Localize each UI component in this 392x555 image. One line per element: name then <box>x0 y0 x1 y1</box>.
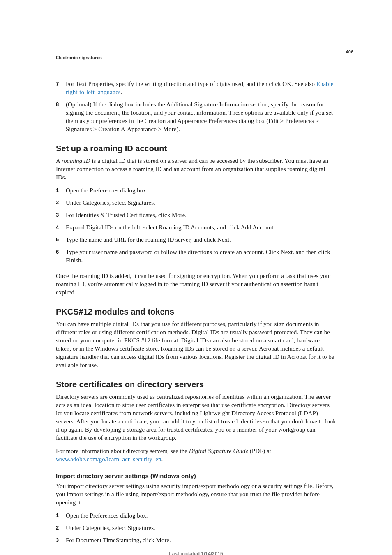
step-number: 2 <box>56 524 66 532</box>
step-number: 4 <box>56 223 66 231</box>
heading-store-certs: Store certificates on directory servers <box>56 380 336 389</box>
step-number: 8 <box>56 100 66 133</box>
paragraph: Once the roaming ID is added, it can be … <box>56 272 336 296</box>
step-body: Type the name and URL for the roaming ID… <box>66 236 336 244</box>
step-number: 1 <box>56 186 66 194</box>
step-body: Open the Preferences dialog box. <box>66 186 336 194</box>
roaming-steps: 1Open the Preferences dialog box. 2Under… <box>56 186 336 264</box>
step-body: Under Categories, select Signatures. <box>66 199 336 207</box>
page-number: 406 <box>346 49 353 54</box>
page-number-separator <box>340 49 340 60</box>
heading-import-directory: Import directory server settings (Window… <box>56 472 336 479</box>
paragraph: For more information about directory ser… <box>56 447 336 463</box>
step-body: For Identities & Trusted Certificates, c… <box>66 211 336 219</box>
step-number: 7 <box>56 80 66 96</box>
list-item: 6Type your user name and password or fol… <box>56 248 336 264</box>
list-item: 1Open the Preferences dialog box. <box>56 511 336 520</box>
link-acr-security[interactable]: www.adobe.com/go/learn_acr_security_en <box>56 456 161 462</box>
step-body: (Optional) If the dialog box includes th… <box>66 100 336 133</box>
paragraph: A roaming ID is a digital ID that is sto… <box>56 157 336 181</box>
heading-roaming: Set up a roaming ID account <box>56 144 336 153</box>
list-item: 2Under Categories, select Signatures. <box>56 524 336 532</box>
breadcrumb: Electronic signatures <box>56 55 336 60</box>
page: 406 Electronic signatures 7 For Text Pro… <box>0 0 392 555</box>
step-number: 3 <box>56 211 66 219</box>
list-item: 1Open the Preferences dialog box. <box>56 186 336 194</box>
footer-last-updated: Last updated 1/14/2015 <box>0 551 392 555</box>
list-item: 3For Document TimeStamping, click More. <box>56 536 336 544</box>
paragraph: Directory servers are commonly used as c… <box>56 393 336 442</box>
step-body: Open the Preferences dialog box. <box>66 511 336 520</box>
list-item: 5Type the name and URL for the roaming I… <box>56 236 336 244</box>
list-item: 4Expand Digital IDs on the left, select … <box>56 223 336 231</box>
step-number: 5 <box>56 236 66 244</box>
step-number: 1 <box>56 511 66 520</box>
paragraph: You can have multiple digital IDs that y… <box>56 320 336 369</box>
step-7: 7 For Text Properties, specify the writi… <box>56 80 336 96</box>
import-steps: 1Open the Preferences dialog box. 2Under… <box>56 511 336 544</box>
list-item: 3For Identities & Trusted Certificates, … <box>56 211 336 219</box>
step-body: Under Categories, select Signatures. <box>66 524 336 532</box>
step-body: Type your user name and password or foll… <box>66 248 336 264</box>
paragraph: You import directory server settings usi… <box>56 482 336 506</box>
step-number: 2 <box>56 199 66 207</box>
step-number: 6 <box>56 248 66 264</box>
step-number: 3 <box>56 536 66 544</box>
step-body: For Text Properties, specify the writing… <box>66 80 336 96</box>
link-enable-rtl[interactable]: Enable right-to-left languages <box>66 81 333 95</box>
list-item: 2Under Categories, select Signatures. <box>56 199 336 207</box>
step-8: 8 (Optional) If the dialog box includes … <box>56 100 336 133</box>
step-body: Expand Digital IDs on the left, select R… <box>66 223 336 231</box>
step-body: For Document TimeStamping, click More. <box>66 536 336 544</box>
top-steps: 7 For Text Properties, specify the writi… <box>56 80 336 133</box>
heading-pkcs12: PKCS#12 modules and tokens <box>56 307 336 317</box>
